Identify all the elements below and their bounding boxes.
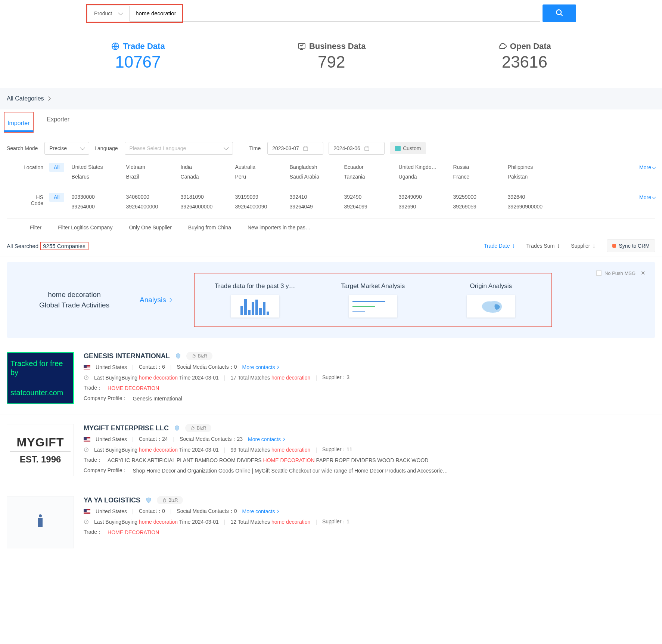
search-category-highlight: Product <box>86 4 183 23</box>
search-input[interactable] <box>130 5 182 22</box>
hscode-item[interactable]: 39181090 <box>181 192 233 202</box>
hscode-item[interactable]: 39264000000 <box>181 202 233 211</box>
search-category-select[interactable]: Product <box>87 6 130 21</box>
analysis-card-trade3y[interactable]: Trade data for the past 3 y… <box>206 282 304 318</box>
location-item[interactable]: Russia <box>453 162 506 172</box>
location-item[interactable]: Saudi Arabia <box>290 172 342 182</box>
china-map-icon <box>476 297 506 316</box>
hscode-item[interactable]: 00330000 <box>72 192 124 202</box>
hscode-label: HS Code <box>22 192 49 206</box>
filter-chips-row: Filter Filter Logitics CompanyOnly One S… <box>0 219 662 236</box>
sort-trade-date[interactable]: Trade Date ↓ <box>484 242 515 249</box>
search-button[interactable] <box>543 4 576 22</box>
hscode-item[interactable]: 39269059 <box>453 202 506 211</box>
more-contacts-link[interactable]: More contacts <box>242 364 279 370</box>
hscode-item[interactable]: 39249090 <box>399 192 451 202</box>
search-mode-select[interactable]: Precise <box>44 142 89 155</box>
hscode-all-badge[interactable]: All <box>49 193 64 202</box>
location-item[interactable]: Vietnam <box>126 162 178 172</box>
no-push-msg[interactable]: No Push MSG ✕ <box>596 270 646 276</box>
custom-date-button[interactable]: Custom <box>390 142 426 154</box>
location-item[interactable]: Australia <box>235 162 288 172</box>
hscode-item[interactable]: 39264000 <box>72 202 124 211</box>
bizr-badge[interactable]: BizR <box>186 352 212 360</box>
chevron-down-icon <box>80 145 85 150</box>
sort-trades-sum[interactable]: Trades Sum ↓ <box>526 242 560 249</box>
contact-label: Contact：6 <box>139 364 165 371</box>
stat-business-data[interactable]: Business Data 792 <box>297 41 366 71</box>
hscode-item[interactable]: 392690 <box>399 202 451 211</box>
location-filter-row: Location All United StatesVietnamIndiaAu… <box>0 160 662 184</box>
bizr-badge[interactable]: BizR <box>157 496 183 504</box>
location-more-link[interactable]: More <box>639 162 655 170</box>
location-item[interactable]: Pakistan <box>508 172 560 182</box>
country-label: United States <box>96 436 127 442</box>
sort-supplier[interactable]: Supplier ↓ <box>571 242 595 249</box>
filter-chip[interactable]: New importers in the pas… <box>248 225 311 230</box>
location-item[interactable]: Peru <box>235 172 288 182</box>
hscode-more-link[interactable]: More <box>639 192 655 200</box>
matches: 12 Total Matches home decoration <box>231 519 311 525</box>
location-item[interactable]: India <box>181 162 233 172</box>
location-item[interactable]: France <box>453 172 506 182</box>
search-icon <box>555 9 563 17</box>
location-item[interactable]: United States <box>72 162 124 172</box>
stats-row: Trade Data 10767 Business Data 792 Open … <box>0 27 662 88</box>
hscode-item[interactable]: 34060000 <box>126 192 178 202</box>
analysis-link[interactable]: Analysis <box>140 296 171 304</box>
company-name-link[interactable]: GENESIS INTERNATIONAL <box>84 352 170 360</box>
analysis-card-origin[interactable]: Origin Analysis <box>442 282 540 318</box>
social-contacts-label: Social Media Contacts：23 <box>180 436 243 443</box>
filter-chip[interactable]: Filter Logitics Company <box>58 225 112 230</box>
location-item[interactable]: Tanzania <box>344 172 397 182</box>
date-to-input[interactable]: 2024-03-06 <box>329 142 385 155</box>
bizr-badge[interactable]: BizR <box>185 424 211 432</box>
location-item[interactable]: Uganda <box>399 172 451 182</box>
location-all-badge[interactable]: All <box>49 163 64 172</box>
custom-icon <box>395 146 401 151</box>
hscode-item[interactable]: 39264000090 <box>235 202 288 211</box>
hscode-item[interactable]: 392410 <box>290 192 342 202</box>
hscode-item[interactable]: 39199099 <box>235 192 288 202</box>
hscode-item[interactable]: 392640 <box>508 192 560 202</box>
stat-trade-data[interactable]: Trade Data 10767 <box>111 41 165 71</box>
hscode-item[interactable]: 39264049 <box>290 202 342 211</box>
location-item[interactable]: Ecuador <box>344 162 397 172</box>
checkbox-icon[interactable] <box>596 270 602 276</box>
hscode-item[interactable]: 392490 <box>344 192 397 202</box>
filter-bar: Search Mode Precise Language Please Sele… <box>0 135 662 160</box>
location-item[interactable]: Canada <box>181 172 233 182</box>
all-categories-link[interactable]: All Categories <box>0 88 662 109</box>
chevron-right-icon <box>282 438 285 441</box>
filter-chip[interactable]: Buying from China <box>188 225 231 230</box>
analysis-card-target-market[interactable]: Target Market Analysis <box>324 282 422 318</box>
language-select[interactable]: Please Select Language <box>125 142 233 155</box>
tab-importer[interactable]: Importer <box>7 113 30 132</box>
stat-open-label: Open Data <box>510 41 551 51</box>
close-icon[interactable]: ✕ <box>641 270 646 276</box>
chevron-down-icon <box>652 165 656 169</box>
more-contacts-link[interactable]: More contacts <box>248 436 285 442</box>
hscode-item[interactable]: 39264000000 <box>126 202 178 211</box>
hscode-item[interactable]: 39259000 <box>453 192 506 202</box>
trade-label: Trade： <box>84 457 102 464</box>
search-input-extended[interactable] <box>183 5 540 22</box>
company-name-link[interactable]: MYGIFT ENTERPRISE LLC <box>84 424 169 432</box>
location-item[interactable]: Philippines <box>508 162 560 172</box>
sync-to-crm-button[interactable]: Sync to CRM <box>607 239 655 252</box>
location-item[interactable]: Bangladesh <box>290 162 342 172</box>
stat-open-data[interactable]: Open Data 23616 <box>498 41 551 71</box>
hscode-item[interactable]: 392690900000 <box>508 202 560 211</box>
filter-chip[interactable]: Only One Supplier <box>129 225 171 230</box>
location-item[interactable]: Belarus <box>72 172 124 182</box>
more-contacts-link[interactable]: More contacts <box>242 508 279 514</box>
hscode-item[interactable]: 39264099 <box>344 202 397 211</box>
location-item[interactable]: Brazil <box>126 172 178 182</box>
date-from-input[interactable]: 2023-03-07 <box>267 142 323 155</box>
location-item[interactable]: United Kingdo… <box>399 162 451 172</box>
matches: 17 Total Matches home decoration <box>231 375 311 381</box>
company-name-link[interactable]: YA YA LOGISTICS <box>84 496 140 504</box>
tab-exporter[interactable]: Exporter <box>47 109 69 135</box>
trade-label: Trade： <box>84 385 102 391</box>
chevron-down-icon <box>652 195 656 199</box>
